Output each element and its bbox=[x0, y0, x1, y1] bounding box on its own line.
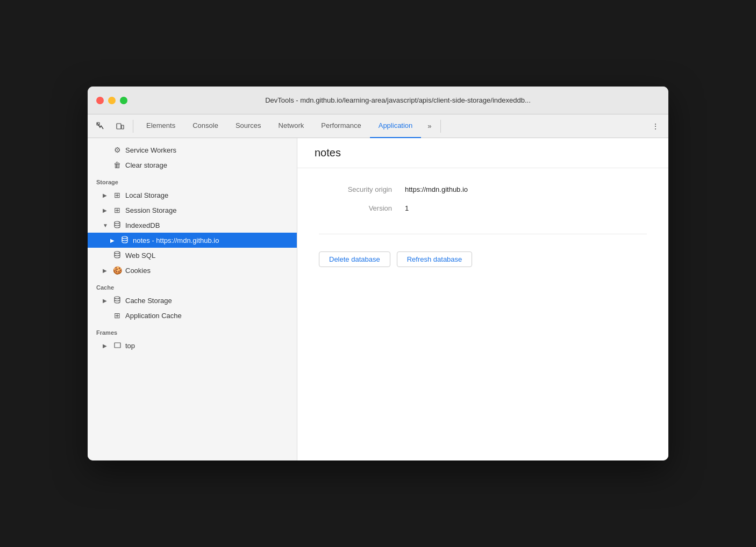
sidebar-item-indexeddb[interactable]: ▼ IndexedDB bbox=[88, 218, 297, 233]
sidebar-item-app-cache[interactable]: ⊞ Application Cache bbox=[88, 308, 297, 323]
sidebar-item-label: Service Workers bbox=[125, 146, 293, 154]
tab-performance[interactable]: Performance bbox=[312, 114, 369, 138]
sidebar-item-clear-storage[interactable]: 🗑 Clear storage bbox=[88, 157, 297, 172]
content-panel: notes Security origin https://mdn.github… bbox=[297, 138, 668, 460]
storage-section-label: Storage bbox=[88, 172, 297, 188]
device-toggle-button[interactable] bbox=[111, 118, 129, 135]
sidebar-item-notes-db[interactable]: ▶ notes - https://mdn.github.io bbox=[88, 233, 297, 248]
arrow-icon: ▼ bbox=[103, 222, 108, 228]
svg-rect-1 bbox=[117, 124, 121, 129]
frames-section-label: Frames bbox=[88, 323, 297, 338]
cookie-icon: 🍪 bbox=[112, 266, 122, 275]
sidebar-item-label: Clear storage bbox=[125, 161, 293, 169]
arrow-icon: ▶ bbox=[103, 343, 108, 349]
sidebar: ⚙ Service Workers 🗑 Clear storage Storag… bbox=[88, 138, 297, 460]
security-origin-label: Security origin bbox=[319, 185, 405, 193]
trash-icon: 🗑 bbox=[112, 161, 122, 169]
database-icon bbox=[120, 236, 130, 245]
inspector-button[interactable] bbox=[92, 118, 109, 135]
svg-rect-2 bbox=[122, 125, 124, 129]
database-icon bbox=[112, 296, 122, 305]
tab-application[interactable]: Application bbox=[370, 114, 422, 138]
toolbar-tabs: Elements Console Sources Network Perform… bbox=[138, 114, 421, 138]
sidebar-item-web-sql[interactable]: Web SQL bbox=[88, 248, 297, 263]
arrow-icon: ▶ bbox=[110, 237, 116, 243]
toolbar: Elements Console Sources Network Perform… bbox=[88, 114, 668, 138]
toolbar-end: ⋮ bbox=[647, 118, 664, 135]
sidebar-item-service-workers[interactable]: ⚙ Service Workers bbox=[88, 142, 297, 157]
arrow-icon: ▶ bbox=[103, 207, 108, 213]
svg-point-5 bbox=[115, 251, 120, 254]
traffic-lights bbox=[96, 97, 127, 104]
database-icon bbox=[112, 251, 122, 260]
sidebar-item-top-frame[interactable]: ▶ top bbox=[88, 338, 297, 353]
grid-icon: ⊞ bbox=[112, 191, 122, 199]
db-info-table: Security origin https://mdn.github.io Ve… bbox=[319, 185, 647, 212]
service-workers-icon: ⚙ bbox=[112, 146, 122, 154]
sidebar-item-label: notes - https://mdn.github.io bbox=[133, 236, 293, 244]
sidebar-item-cache-storage[interactable]: ▶ Cache Storage bbox=[88, 293, 297, 308]
sidebar-item-label: Cache Storage bbox=[125, 297, 293, 305]
version-value: 1 bbox=[405, 204, 409, 212]
sidebar-item-label: Web SQL bbox=[125, 251, 293, 260]
devtools-window: DevTools - mdn.github.io/learning-area/j… bbox=[88, 87, 668, 460]
delete-database-button[interactable]: Delete database bbox=[319, 251, 390, 267]
sidebar-item-label: Application Cache bbox=[125, 312, 293, 320]
toolbar-divider-1 bbox=[133, 120, 133, 133]
sidebar-item-local-storage[interactable]: ▶ ⊞ Local Storage bbox=[88, 188, 297, 203]
svg-point-4 bbox=[122, 236, 127, 239]
main-content: ⚙ Service Workers 🗑 Clear storage Storag… bbox=[88, 138, 668, 460]
sidebar-item-label: Session Storage bbox=[125, 206, 293, 214]
version-label: Version bbox=[319, 204, 405, 212]
cache-section-label: Cache bbox=[88, 278, 297, 293]
version-row: Version 1 bbox=[319, 204, 647, 212]
sidebar-item-cookies[interactable]: ▶ 🍪 Cookies bbox=[88, 263, 297, 278]
security-origin-value: https://mdn.github.io bbox=[405, 185, 468, 193]
svg-rect-7 bbox=[115, 343, 120, 348]
database-icon bbox=[112, 221, 122, 230]
close-button[interactable] bbox=[96, 97, 104, 104]
more-tabs-button[interactable]: » bbox=[423, 122, 436, 130]
grid-icon: ⊞ bbox=[112, 206, 122, 214]
arrow-icon: ▶ bbox=[103, 268, 108, 274]
maximize-button[interactable] bbox=[120, 97, 127, 104]
title-bar: DevTools - mdn.github.io/learning-area/j… bbox=[88, 87, 668, 114]
frame-icon bbox=[112, 341, 122, 350]
svg-point-6 bbox=[115, 297, 120, 299]
arrow-icon: ▶ bbox=[103, 192, 108, 198]
action-buttons: Delete database Refresh database bbox=[319, 251, 647, 267]
tab-console[interactable]: Console bbox=[184, 114, 227, 138]
content-body: Security origin https://mdn.github.io Ve… bbox=[297, 168, 668, 284]
sidebar-item-label: IndexedDB bbox=[125, 221, 293, 229]
content-header: notes bbox=[297, 138, 668, 168]
toolbar-divider-2 bbox=[440, 120, 441, 133]
minimize-button[interactable] bbox=[108, 97, 116, 104]
tab-elements[interactable]: Elements bbox=[138, 114, 184, 138]
sidebar-item-label: top bbox=[125, 342, 293, 350]
page-title: notes bbox=[315, 147, 651, 159]
sidebar-item-session-storage[interactable]: ▶ ⊞ Session Storage bbox=[88, 203, 297, 218]
svg-point-3 bbox=[115, 221, 120, 224]
security-origin-row: Security origin https://mdn.github.io bbox=[319, 185, 647, 193]
arrow-icon: ▶ bbox=[103, 298, 108, 304]
grid-icon: ⊞ bbox=[112, 311, 122, 320]
content-divider bbox=[319, 234, 647, 234]
sidebar-item-label: Cookies bbox=[125, 267, 293, 275]
sidebar-item-label: Local Storage bbox=[125, 191, 293, 199]
tab-sources[interactable]: Sources bbox=[227, 114, 270, 138]
window-title: DevTools - mdn.github.io/learning-area/j… bbox=[136, 96, 660, 104]
settings-menu-button[interactable]: ⋮ bbox=[647, 118, 664, 135]
refresh-database-button[interactable]: Refresh database bbox=[397, 251, 473, 267]
tab-network[interactable]: Network bbox=[270, 114, 313, 138]
